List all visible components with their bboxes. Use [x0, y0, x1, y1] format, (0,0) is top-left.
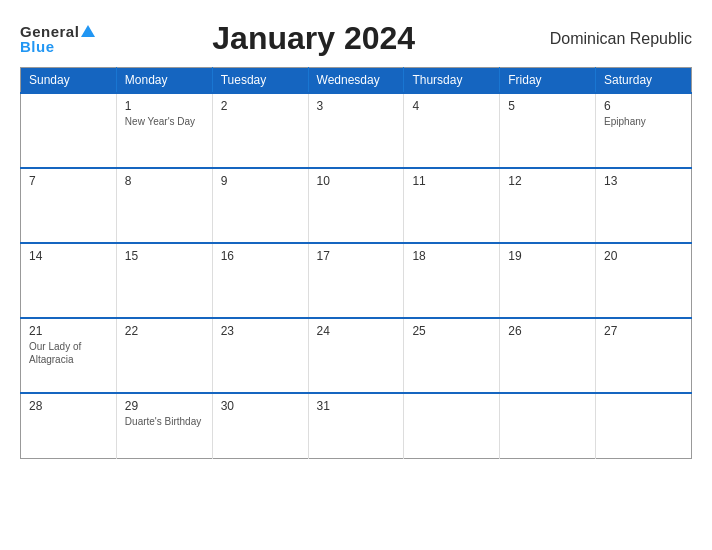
calendar-cell: 22: [116, 318, 212, 393]
calendar-cell: 31: [308, 393, 404, 458]
calendar-cell: 5: [500, 93, 596, 168]
calendar-cell: 12: [500, 168, 596, 243]
day-number: 8: [125, 174, 204, 188]
day-number: 19: [508, 249, 587, 263]
logo-blue-text: Blue: [20, 39, 55, 54]
weekday-thursday: Thursday: [404, 68, 500, 94]
day-number: 5: [508, 99, 587, 113]
calendar-table: Sunday Monday Tuesday Wednesday Thursday…: [20, 67, 692, 459]
day-number: 7: [29, 174, 108, 188]
day-number: 13: [604, 174, 683, 188]
day-number: 20: [604, 249, 683, 263]
weekday-wednesday: Wednesday: [308, 68, 404, 94]
day-number: 6: [604, 99, 683, 113]
calendar-cell: 16: [212, 243, 308, 318]
day-number: 3: [317, 99, 396, 113]
day-number: 11: [412, 174, 491, 188]
calendar-container: General Blue January 2024 Dominican Repu…: [0, 0, 712, 550]
calendar-cell: 8: [116, 168, 212, 243]
week-row-3: 21Our Lady of Altagracia222324252627: [21, 318, 692, 393]
day-number: 17: [317, 249, 396, 263]
calendar-cell: 13: [596, 168, 692, 243]
calendar-cell: [21, 93, 117, 168]
calendar-cell: 20: [596, 243, 692, 318]
calendar-cell: 24: [308, 318, 404, 393]
day-number: 24: [317, 324, 396, 338]
calendar-cell: 4: [404, 93, 500, 168]
week-row-4: 2829Duarte's Birthday3031: [21, 393, 692, 458]
day-number: 23: [221, 324, 300, 338]
week-row-1: 78910111213: [21, 168, 692, 243]
day-number: 4: [412, 99, 491, 113]
calendar-cell: 28: [21, 393, 117, 458]
calendar-cell: 7: [21, 168, 117, 243]
calendar-cell: 15: [116, 243, 212, 318]
calendar-cell: 14: [21, 243, 117, 318]
weekday-sunday: Sunday: [21, 68, 117, 94]
day-number: 18: [412, 249, 491, 263]
calendar-cell: [500, 393, 596, 458]
day-number: 31: [317, 399, 396, 413]
day-number: 29: [125, 399, 204, 413]
holiday-name: Our Lady of Altagracia: [29, 340, 108, 366]
day-number: 30: [221, 399, 300, 413]
day-number: 14: [29, 249, 108, 263]
week-row-2: 14151617181920: [21, 243, 692, 318]
weekday-tuesday: Tuesday: [212, 68, 308, 94]
week-row-0: 1New Year's Day23456Epiphany: [21, 93, 692, 168]
header: General Blue January 2024 Dominican Repu…: [20, 20, 692, 57]
calendar-cell: 18: [404, 243, 500, 318]
day-number: 16: [221, 249, 300, 263]
calendar-cell: 10: [308, 168, 404, 243]
calendar-cell: 27: [596, 318, 692, 393]
logo-triangle-icon: [81, 25, 95, 37]
day-number: 12: [508, 174, 587, 188]
calendar-cell: [404, 393, 500, 458]
day-number: 9: [221, 174, 300, 188]
calendar-title: January 2024: [95, 20, 532, 57]
day-number: 26: [508, 324, 587, 338]
calendar-cell: 21Our Lady of Altagracia: [21, 318, 117, 393]
weekday-friday: Friday: [500, 68, 596, 94]
day-number: 25: [412, 324, 491, 338]
calendar-header: Sunday Monday Tuesday Wednesday Thursday…: [21, 68, 692, 94]
day-number: 2: [221, 99, 300, 113]
holiday-name: Epiphany: [604, 115, 683, 128]
country-name: Dominican Republic: [532, 30, 692, 48]
calendar-cell: 3: [308, 93, 404, 168]
calendar-cell: 23: [212, 318, 308, 393]
day-number: 10: [317, 174, 396, 188]
calendar-cell: 25: [404, 318, 500, 393]
day-number: 21: [29, 324, 108, 338]
calendar-cell: 26: [500, 318, 596, 393]
calendar-body: 1New Year's Day23456Epiphany789101112131…: [21, 93, 692, 458]
calendar-cell: 29Duarte's Birthday: [116, 393, 212, 458]
weekday-monday: Monday: [116, 68, 212, 94]
calendar-cell: 6Epiphany: [596, 93, 692, 168]
holiday-name: Duarte's Birthday: [125, 415, 204, 428]
weekday-row: Sunday Monday Tuesday Wednesday Thursday…: [21, 68, 692, 94]
calendar-cell: 17: [308, 243, 404, 318]
weekday-saturday: Saturday: [596, 68, 692, 94]
holiday-name: New Year's Day: [125, 115, 204, 128]
logo: General Blue: [20, 24, 95, 54]
calendar-cell: 11: [404, 168, 500, 243]
day-number: 22: [125, 324, 204, 338]
calendar-cell: 1New Year's Day: [116, 93, 212, 168]
calendar-cell: 2: [212, 93, 308, 168]
calendar-cell: 30: [212, 393, 308, 458]
day-number: 27: [604, 324, 683, 338]
calendar-cell: [596, 393, 692, 458]
calendar-cell: 9: [212, 168, 308, 243]
day-number: 15: [125, 249, 204, 263]
day-number: 1: [125, 99, 204, 113]
logo-general-text: General: [20, 24, 79, 39]
calendar-cell: 19: [500, 243, 596, 318]
day-number: 28: [29, 399, 108, 413]
